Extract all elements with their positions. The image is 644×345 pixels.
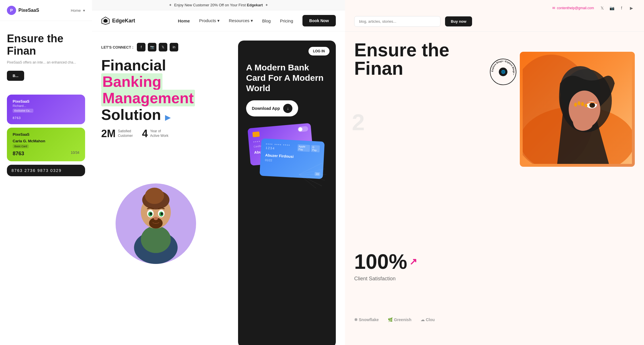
- svg-point-32: [592, 103, 594, 106]
- left-hero-title2: Finan: [7, 45, 85, 57]
- woman-illustration: [523, 55, 632, 164]
- explore-blogs-circle[interactable]: Explore Blogs • Explore Blogs • 🌐: [489, 57, 518, 87]
- svg-line-21: [299, 175, 316, 188]
- main-nav-links: Home Products ▾ Resources ▾ Blog Pricing: [178, 18, 293, 23]
- edgekart-logo-icon: [101, 16, 110, 25]
- svg-line-17: [299, 169, 325, 175]
- twitter-right-icon[interactable]: 𝕏: [599, 5, 605, 12]
- bank-card-number-2: **** **** **** 1234: [266, 143, 298, 151]
- hero-left-content: LET'S CONNECT : f 📷 𝕏 in Financial Banki…: [101, 41, 231, 345]
- svg-point-15: [154, 217, 158, 220]
- download-app-button[interactable]: Download App ↓: [246, 100, 298, 116]
- nav-products[interactable]: Products ▾: [199, 18, 219, 23]
- google-pay-icon: G Pay: [311, 145, 320, 152]
- svg-line-20: [299, 175, 322, 186]
- stat-satisfied: 2M Satisfied Customer: [101, 128, 133, 140]
- card-brand: PixeSaaS: [13, 99, 79, 103]
- book-now-button[interactable]: Book Now: [302, 15, 336, 26]
- apple-pay-icon: Apple Pay: [297, 144, 310, 152]
- twitter-icon[interactable]: 𝕏: [159, 43, 167, 51]
- right-panel-header: ✉ contenthelp@gmail.com 𝕏 📷 f ▶: [345, 0, 644, 16]
- partner-clou: ☁ Clou: [421, 317, 435, 322]
- decorative-number: 2: [352, 109, 365, 136]
- left-cta-button[interactable]: B...: [7, 71, 24, 81]
- title-financial: Financial: [101, 57, 166, 74]
- main-navigation: EdgeKart Home Products ▾ Resources ▾ Blo…: [92, 10, 345, 31]
- nav-home[interactable]: Home: [178, 18, 190, 23]
- nav-resources[interactable]: Resources ▾: [229, 18, 253, 23]
- linkedin-icon[interactable]: in: [170, 43, 178, 51]
- svg-point-36: [584, 104, 587, 107]
- pixesaas-logo-icon: P: [7, 6, 16, 15]
- svg-point-7: [145, 187, 164, 204]
- title-management: Management: [101, 90, 195, 106]
- email-text[interactable]: contenthelp@gmail.com: [557, 6, 594, 10]
- explore-circle-svg: Explore Blogs • Explore Blogs • 🌐: [489, 57, 518, 86]
- svg-point-35: [581, 102, 584, 106]
- buy-now-button[interactable]: Buy now: [445, 16, 472, 26]
- facebook-right-icon[interactable]: f: [618, 5, 625, 12]
- decorative-lines-svg: [270, 160, 328, 189]
- stats-section: 100% ↗ Client Satisfaction: [354, 250, 417, 282]
- right-social-icons: 𝕏 📷 f ▶: [599, 5, 635, 12]
- right-search-input[interactable]: [354, 16, 440, 27]
- character-svg: [118, 160, 193, 264]
- download-icon: ↓: [283, 104, 292, 113]
- svg-marker-1: [103, 19, 108, 23]
- svg-point-33: [574, 103, 577, 107]
- card-number: 8763: [13, 116, 79, 120]
- left-nav-chevron: ▾: [83, 8, 85, 13]
- svg-point-34: [578, 101, 580, 105]
- instagram-right-icon[interactable]: 📷: [608, 5, 615, 12]
- bank-cards-visual: **** **** **** Cardholder Name Abuzer Fi…: [246, 126, 328, 189]
- pixesaas-logo[interactable]: P PixeSaaS: [7, 6, 39, 15]
- title-banking: Banking: [101, 73, 162, 90]
- green-card-tag: Basic Card: [13, 144, 29, 148]
- nav-blog[interactable]: Blog: [262, 18, 271, 23]
- left-hero-title: Ensure the: [7, 32, 85, 45]
- download-app-label: Download App: [252, 106, 280, 111]
- snowflake-icon: ❄: [354, 317, 358, 322]
- login-button[interactable]: LOG IN: [308, 46, 330, 56]
- dark-card: 8763 2736 9873 0329: [7, 165, 85, 176]
- hero-stats: 2M Satisfied Customer 4 Year of Active W…: [101, 128, 231, 140]
- card-holder-name: Richard...: [13, 104, 79, 108]
- title-solution: Solution: [101, 106, 161, 123]
- hero-character-area: [101, 149, 210, 264]
- edgekart-logo-text: EdgeKart: [112, 18, 135, 24]
- svg-point-3: [141, 226, 171, 253]
- card-tag: Exclusive Ca...: [13, 109, 33, 113]
- social-icons-row: f 📷 𝕏 in: [137, 43, 178, 51]
- dark-card-number: 8763 2736 9873 0329: [12, 168, 80, 173]
- cloud-icon: ☁: [421, 317, 425, 322]
- partner-snowflake: ❄ Snowflake: [354, 317, 379, 322]
- satisfaction-percent: 100% ↗: [354, 250, 417, 273]
- stat-label-satisfied: Satisfied Customer: [118, 129, 133, 138]
- toggle-knob: [298, 127, 302, 131]
- hero-dark-card: LOG IN A Modern Bank Card For A Modern W…: [238, 41, 336, 345]
- main-panel: ✦ Enjoy New Customer 20% Off on Your Fir…: [92, 0, 345, 345]
- instagram-icon[interactable]: 📷: [148, 43, 156, 51]
- announcement-bar: ✦ Enjoy New Customer 20% Off on Your Fir…: [92, 0, 345, 10]
- facebook-icon[interactable]: f: [137, 43, 145, 51]
- left-nav-home[interactable]: Home: [71, 8, 81, 13]
- toggle-switch[interactable]: [298, 126, 308, 132]
- lets-connect-row: LET'S CONNECT : f 📷 𝕏 in: [101, 43, 231, 51]
- svg-line-19: [299, 175, 325, 180]
- right-search-area: Buy now: [345, 16, 644, 32]
- illustration-image: [520, 52, 635, 167]
- hero-title-line2: Management Solution ▶: [101, 90, 231, 123]
- youtube-right-icon[interactable]: ▶: [628, 5, 635, 12]
- left-panel: P PixeSaaS Home ▾ Ensure the Finan PixeS…: [0, 0, 92, 345]
- globe-icon: 🌐: [501, 70, 505, 74]
- client-satisfaction-label: Client Satisfaction: [354, 276, 417, 282]
- stat-number-4: 4: [142, 128, 148, 140]
- nav-pricing[interactable]: Pricing: [280, 18, 293, 23]
- green-card-date: 10/34: [71, 151, 79, 157]
- right-email: ✉ contenthelp@gmail.com: [552, 6, 594, 10]
- left-nav: Home ▾: [71, 8, 85, 13]
- partners-row: ❄ Snowflake 🌿 Greenish ☁ Clou: [354, 317, 635, 322]
- svg-line-16: [299, 163, 322, 175]
- edgekart-logo[interactable]: EdgeKart: [101, 16, 135, 25]
- card-chip-1: [252, 131, 260, 137]
